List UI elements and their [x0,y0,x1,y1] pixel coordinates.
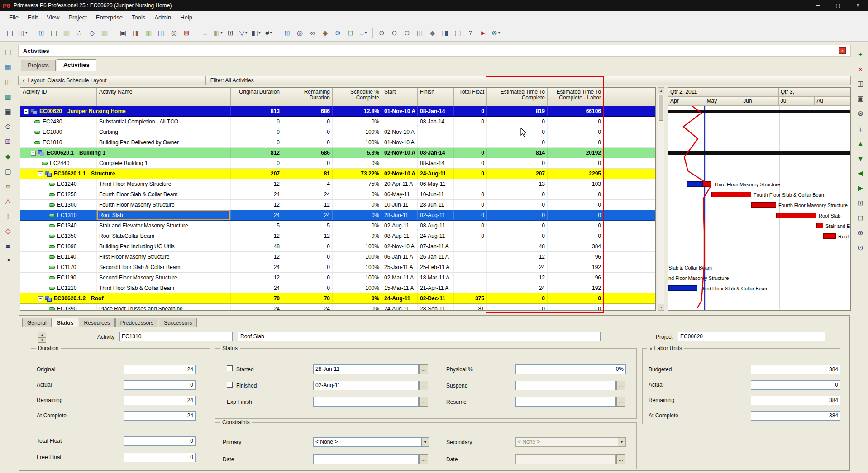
menu-item-edit[interactable]: Edit [23,12,42,23]
left-toolbar-risks-view[interactable]: ◇ [2,225,14,237]
left-toolbar-activities-view[interactable]: ▤ [2,46,14,58]
toolbar-button-assign-roles[interactable]: ◆ [320,27,331,39]
physical-percent-field[interactable]: 0% [515,364,626,374]
toolbar-button-attachments[interactable]: ◆ [427,27,439,39]
toolbar-button-filters[interactable]: ▽▾ [237,27,249,39]
left-toolbar-assignments-view[interactable]: ◆ [2,151,14,162]
table-row-ec1340[interactable]: EC1340Stair and Elevator Masonry Structu… [20,221,655,231]
exp-finish-browse-button[interactable]: … [419,397,428,407]
table-row-ec1300[interactable]: EC1300Fourth Floor Masonry Structure1212… [20,200,655,210]
filter-label[interactable]: Filter: All Activities [205,76,850,85]
column-header-total-float[interactable]: Total Float [454,88,487,106]
right-toolbar-delete[interactable]: × [855,63,867,75]
table-row-ec1080[interactable]: EC1080Curbing00100%02-Nov-10 A00 [20,127,655,137]
toolbar-button-zoom-in[interactable]: ⊕ [376,27,388,39]
toolbar-button-activity-usage[interactable]: ▥ [61,27,72,39]
column-header-activity-id[interactable]: Activity ID [20,88,97,106]
right-toolbar-search[interactable]: ⊙ [855,242,867,254]
table-row-ec1190[interactable]: EC1190Second Floor Masonry Structure1201… [20,273,655,283]
critical-remaining-bar[interactable] [711,192,751,197]
secondary-constraint-dropdown[interactable]: < None > ▼ [515,437,626,447]
left-toolbar-documents-view[interactable]: ▢ [2,166,14,177]
right-toolbar-copy[interactable]: ◫ [855,78,867,90]
tab-projects[interactable]: Projects [21,60,56,71]
remaining-labor-field[interactable]: 384 [751,396,840,405]
summary-bar[interactable] [668,151,851,155]
right-toolbar-paste[interactable]: ▣ [855,93,867,104]
right-toolbar-move-up[interactable]: ▲ [855,137,867,149]
next-activity-button[interactable]: ▼ [38,337,46,343]
menu-item-tools[interactable]: Tools [127,12,150,23]
toolbar-button-timescale[interactable]: ◎ [168,27,180,39]
critical-remaining-bar[interactable] [703,181,711,187]
table-row-ec1240[interactable]: EC1240Third Floor Masonry Structure12475… [20,179,655,189]
column-header-start[interactable]: Start [382,88,418,106]
actual-duration-field[interactable]: 0 [124,380,196,390]
budgeted-labor-field[interactable]: 384 [751,365,840,374]
dropdown-caret-icon[interactable]: ▼ [421,438,429,446]
table-row-ec1310[interactable]: EC1310Roof Slab24240%28-Jun-1102-Aug-110… [20,210,655,221]
left-toolbar-tracking-view[interactable]: ⊙ [2,121,14,132]
expand-collapse-box[interactable]: − [38,171,43,176]
left-toolbar-issues-view[interactable]: ! [2,210,14,222]
toolbar-button-activity-details[interactable]: ≡▾ [358,27,369,39]
toolbar-button-split-vertical[interactable]: ◨ [439,27,451,39]
started-checkbox[interactable] [227,365,233,371]
suspend-date-field[interactable] [515,381,616,390]
critical-remaining-bar[interactable] [751,202,776,208]
toolbar-button-find[interactable]: ◎ [294,27,306,39]
gantt-timescale[interactable]: Qtr 2, 2011Qtr 3,AprMayJunJulAu [668,87,851,106]
total-float-field[interactable]: 0 [124,436,196,446]
toolbar-button-gantt-chart[interactable]: ▤ [48,27,60,39]
table-row-ec1390[interactable]: EC1390Place Roof Trusses and Sheathing24… [20,304,655,311]
activity-name-field[interactable]: Roof Slab [238,332,601,341]
critical-remaining-bar[interactable] [823,233,836,239]
left-toolbar-resources-view[interactable]: ▥ [2,91,14,103]
critical-remaining-bar[interactable] [776,213,816,218]
at-complete-labor-field[interactable]: 384 [751,411,840,421]
table-row-ec00620[interactable]: −EC00620Juniper Nursing Home81368612.8%0… [20,106,655,117]
left-toolbar-wbs-view[interactable]: ▦ [2,61,14,73]
menu-item-help[interactable]: Help [176,12,197,23]
original-duration-field[interactable]: 24 [124,365,196,374]
right-toolbar-outdent[interactable]: ◀ [855,167,867,179]
table-row-ec1350[interactable]: EC1350Roof Slab/Collar Beam12120%08-Aug-… [20,231,655,241]
left-toolbar-portfolios-view[interactable]: ⊞ [2,136,14,147]
maximize-button[interactable]: ▢ [828,0,848,11]
scrollbar-thumb[interactable] [659,95,663,121]
left-toolbar-expenses-view[interactable]: ¤ [2,180,14,192]
table-row-ec1210[interactable]: EC1210Third Floor Slab & Collar Beam2401… [20,283,655,293]
column-header-original-duration[interactable]: Original Duration [231,88,282,106]
toolbar-button-notifications[interactable]: ► [477,27,489,39]
collapse-panel-arrow-icon[interactable]: ◀ [6,258,9,262]
project-id-field[interactable]: EC00620 [678,332,825,341]
close-button[interactable]: × [848,0,868,11]
toolbar-button-trace-logic[interactable]: ∴ [73,27,85,39]
toolbar-button-zoom-out[interactable]: ⊖ [389,27,401,39]
critical-remaining-bar[interactable] [816,223,823,228]
finished-checkbox[interactable] [227,382,233,388]
right-toolbar-add[interactable]: + [855,48,867,60]
right-toolbar-cut[interactable]: ⊗ [855,108,867,119]
table-row-ec2430[interactable]: EC2430Substantial Completion - All TCO00… [20,117,655,127]
toolbar-button-go-to[interactable]: ⊕ [332,27,344,39]
menu-item-view[interactable]: View [42,12,64,23]
constraint-date-browse-button[interactable]: … [419,454,428,464]
actual-bar[interactable] [668,285,697,291]
minimize-button[interactable]: ─ [808,0,828,11]
dropdown-caret-icon[interactable]: ▼ [618,438,625,446]
actual-labor-field[interactable]: 0 [751,380,840,390]
toolbar-button-split-horizontal[interactable]: ◫ [414,27,426,39]
toolbar-button-assign-resources[interactable]: ⊞ [281,27,293,39]
toolbar-button-zoom-fit[interactable]: ⊙ [401,27,413,39]
suspend-browse-button[interactable]: … [616,381,625,390]
toolbar-button-line-numbers[interactable]: #▾ [263,27,275,39]
secondary-date-browse-button[interactable]: … [616,454,625,464]
column-header-estimated-time-to-complete-labor[interactable]: Estimated Time To Complete - Labor [548,88,604,106]
scroll-down-button[interactable]: ▼ [658,304,664,310]
column-header-activity-name[interactable]: Activity Name [97,88,231,106]
column-header-finish[interactable]: Finish [418,88,454,106]
toolbar-button-activity-table[interactable]: ⊞ [35,27,47,39]
menu-item-enterprise[interactable]: Enterprise [91,12,127,23]
started-date-browse-button[interactable]: … [419,364,428,374]
